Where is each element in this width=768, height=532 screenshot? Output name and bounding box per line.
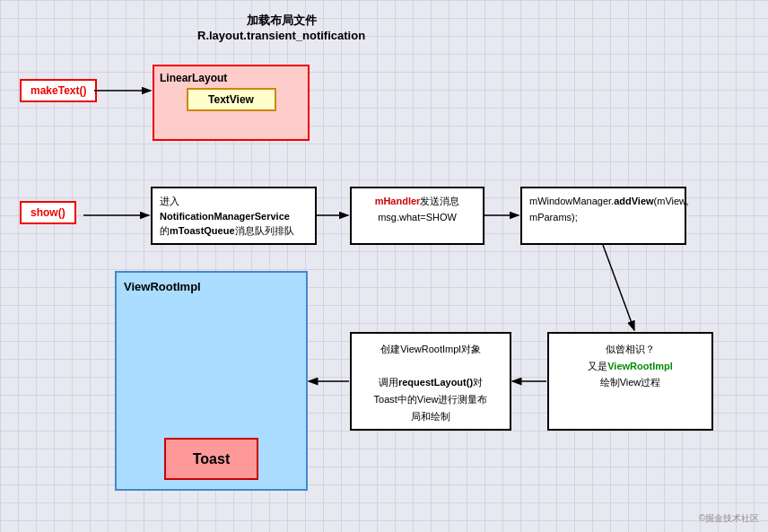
linearlayout-label: LinearLayout	[160, 72, 302, 84]
create-text1: 创建ViewRootImpl对象	[380, 344, 481, 354]
familiar-text3: 绘制View过程	[600, 377, 661, 388]
mhandler-text2: msg.what=SHOW	[378, 212, 457, 222]
notification-box: 进入NotificationManagerService 的mToastQueu…	[151, 187, 317, 245]
show-box: show()	[20, 201, 76, 224]
diagram-container: 加载布局文件 R.layout.transient_notification m…	[0, 0, 768, 532]
mwindow-box: mWindowManager.addView(mView,mParams);	[520, 187, 686, 245]
familiar-text2: 又是ViewRootImpl	[588, 361, 673, 371]
title-block: 加载布局文件 R.layout.transient_notification	[197, 13, 365, 42]
textview-box: TextView	[187, 88, 276, 111]
toast-inner-box: Toast	[164, 438, 258, 480]
mwindow-text1: mWindowManager.addView(mView,mParams);	[529, 196, 689, 222]
maketext-box: makeText()	[20, 79, 97, 102]
notif-text2: 的mToastQueue消息队列排队	[160, 225, 294, 236]
show-label: show()	[31, 206, 65, 219]
watermark: ©掘金技术社区	[699, 512, 759, 525]
svg-line-6	[603, 245, 634, 330]
title-line1: 加载布局文件	[197, 13, 365, 29]
create-viewroot-box: 创建ViewRootImpl对象 调用requestLayout()对Toast…	[350, 332, 511, 431]
linearlayout-box: LinearLayout TextView	[153, 65, 310, 141]
mhandler-label: mHandler	[375, 196, 421, 206]
maketext-label: makeText()	[31, 84, 86, 97]
familiar-box: 似曾相识？ 又是ViewRootImpl 绘制View过程	[547, 332, 713, 431]
notif-text1: 进入NotificationManagerService	[160, 196, 290, 222]
mhandler-box: mHandler发送消息 msg.what=SHOW	[350, 187, 484, 245]
viewrootimpl-label: ViewRootImpl	[124, 280, 299, 293]
mhandler-text1: 发送消息	[420, 196, 459, 206]
create-text2: 调用requestLayout()对Toast中的View进行测量布局和绘制	[374, 377, 488, 421]
toast-label: Toast	[193, 451, 230, 467]
familiar-text1: 似曾相识？	[606, 344, 655, 354]
title-line2: R.layout.transient_notification	[197, 29, 365, 42]
